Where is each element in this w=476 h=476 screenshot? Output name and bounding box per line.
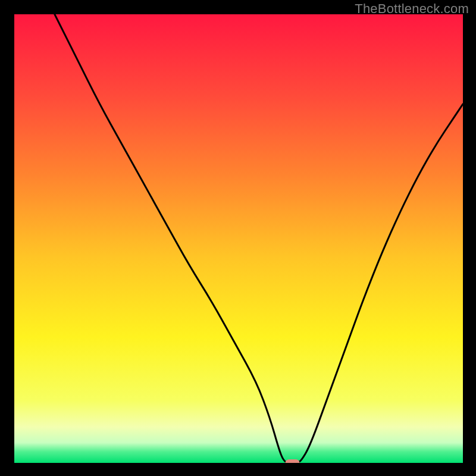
gradient-background (14, 14, 463, 463)
optimum-marker (285, 459, 299, 463)
chart-frame: TheBottleneck.com (0, 0, 476, 476)
plot-area (14, 14, 463, 463)
bottleneck-chart (14, 14, 463, 463)
watermark-text: TheBottleneck.com (355, 1, 469, 17)
